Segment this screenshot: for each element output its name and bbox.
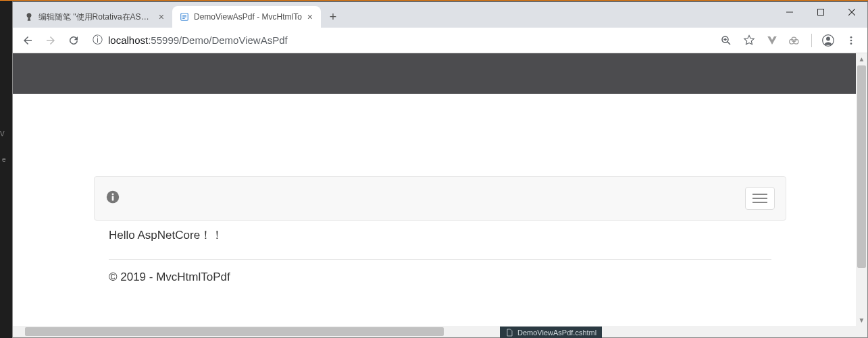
page-body: Hello AspNetCore！！ © 2019 - MvcHtmlToPdf bbox=[13, 176, 867, 284]
svg-rect-1 bbox=[182, 15, 186, 16]
scroll-up-icon[interactable]: ▲ bbox=[856, 53, 867, 65]
divider bbox=[811, 34, 812, 47]
scroll-thumb[interactable] bbox=[857, 65, 866, 268]
scroll-thumb[interactable] bbox=[25, 327, 444, 336]
svg-point-17 bbox=[850, 36, 852, 38]
close-button[interactable] bbox=[836, 2, 867, 22]
scroll-down-icon[interactable]: ▼ bbox=[856, 314, 867, 326]
minimize-button[interactable] bbox=[774, 2, 805, 22]
address-bar: ⓘ localhost:55999/Demo/DemoViewAsPdf bbox=[13, 28, 867, 53]
svg-rect-5 bbox=[818, 9, 824, 16]
favicon-icon bbox=[179, 11, 190, 22]
page-header-band bbox=[13, 53, 867, 94]
maximize-button[interactable] bbox=[805, 2, 836, 22]
svg-point-16 bbox=[826, 36, 830, 40]
footer-text: © 2019 - MvcHtmlToPdf bbox=[94, 271, 786, 284]
greeting-text: Hello AspNetCore！！ bbox=[94, 227, 786, 243]
extension-cloud-icon[interactable] bbox=[788, 34, 802, 47]
tab-active[interactable]: DemoViewAsPdf - MvcHtmlTo × bbox=[172, 6, 321, 28]
url-path: /Demo/DemoViewAsPdf bbox=[179, 34, 288, 46]
menu-icon[interactable] bbox=[844, 34, 858, 47]
zoom-icon[interactable] bbox=[719, 34, 733, 47]
omnibox[interactable]: ⓘ localhost:55999/Demo/DemoViewAsPdf bbox=[87, 31, 715, 50]
window-controls bbox=[774, 2, 867, 22]
taskbar-file-label: DemoViewAsPdf.cshtml bbox=[517, 329, 596, 337]
toolbar-actions bbox=[719, 34, 862, 47]
tab-inactive[interactable]: 编辑随笔 "使用Rotativa在ASP.N × bbox=[17, 6, 172, 28]
close-icon[interactable]: × bbox=[157, 11, 165, 22]
titlebar: 编辑随笔 "使用Rotativa在ASP.N × DemoViewAsPdf -… bbox=[13, 2, 867, 28]
forward-button[interactable] bbox=[41, 31, 60, 50]
favicon-icon bbox=[24, 11, 34, 22]
tab-title: 编辑随笔 "使用Rotativa在ASP.N bbox=[39, 11, 153, 23]
vertical-scrollbar[interactable]: ▲ ▼ bbox=[856, 53, 867, 326]
svg-point-18 bbox=[850, 39, 852, 41]
tab-title: DemoViewAsPdf - MvcHtmlTo bbox=[194, 12, 302, 22]
reload-button[interactable] bbox=[64, 31, 83, 50]
tab-strip: 编辑随笔 "使用Rotativa在ASP.N × DemoViewAsPdf -… bbox=[13, 2, 342, 28]
site-info-icon[interactable]: ⓘ bbox=[93, 34, 103, 47]
editor-gutter: V e bbox=[0, 1, 12, 338]
divider bbox=[109, 259, 771, 260]
svg-point-19 bbox=[850, 43, 852, 45]
browser-window: 编辑随笔 "使用Rotativa在ASP.N × DemoViewAsPdf -… bbox=[12, 1, 868, 338]
extension-vue-icon[interactable] bbox=[765, 34, 779, 47]
svg-rect-3 bbox=[182, 18, 185, 19]
file-icon bbox=[505, 329, 513, 337]
profile-icon[interactable] bbox=[821, 34, 835, 47]
hamburger-button[interactable] bbox=[745, 187, 775, 210]
new-tab-button[interactable]: + bbox=[324, 7, 342, 26]
horizontal-scrollbar[interactable] bbox=[13, 326, 867, 337]
info-icon[interactable] bbox=[105, 190, 120, 207]
url-port: :55999 bbox=[148, 34, 179, 46]
svg-line-9 bbox=[727, 41, 730, 44]
taskbar-file-tab[interactable]: DemoViewAsPdf.cshtml bbox=[500, 327, 602, 338]
url-host: localhost bbox=[108, 34, 148, 46]
svg-point-21 bbox=[112, 193, 114, 195]
svg-rect-2 bbox=[182, 16, 186, 17]
navbar bbox=[94, 176, 786, 221]
back-button[interactable] bbox=[18, 31, 37, 50]
svg-rect-22 bbox=[112, 196, 114, 200]
viewport: Hello AspNetCore！！ © 2019 - MvcHtmlToPdf… bbox=[13, 53, 867, 337]
close-icon[interactable]: × bbox=[306, 11, 314, 22]
bookmark-icon[interactable] bbox=[742, 34, 756, 47]
